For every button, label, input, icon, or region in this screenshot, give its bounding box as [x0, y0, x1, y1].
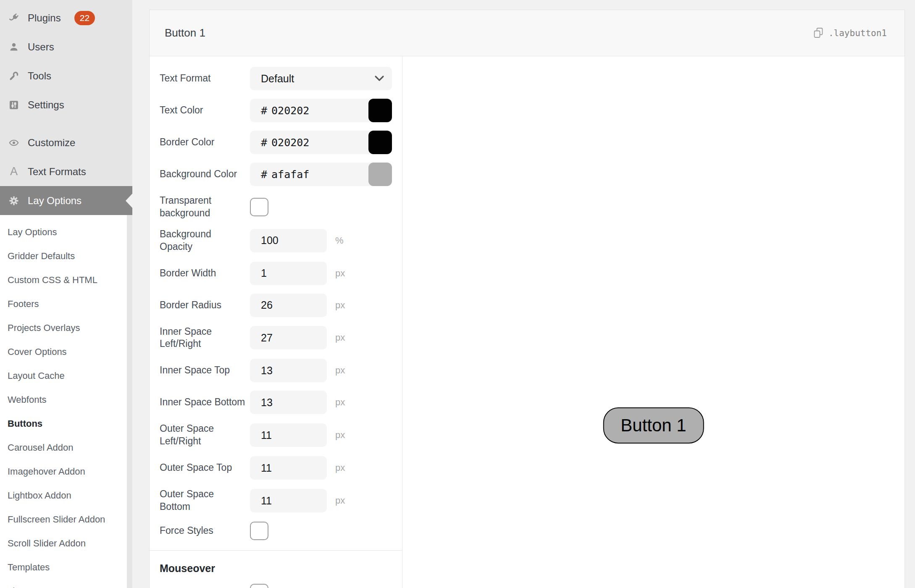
submenu-item-lightbox-addon[interactable]: Lightbox Addon	[0, 483, 127, 507]
text-color-label: Text Color	[160, 104, 250, 117]
inner-space-lr-row: Inner Space Left/Right px	[160, 326, 392, 351]
inner-space-top-label: Inner Space Top	[160, 364, 250, 377]
css-class-name: .laybutton1	[828, 28, 887, 38]
background-color-field[interactable]: # afafaf	[250, 163, 392, 186]
force-styles-label: Force Styles	[160, 525, 250, 537]
submenu-item-fullscreen-slider-addon[interactable]: Fullscreen Slider Addon	[0, 507, 127, 531]
page-title: Button 1	[165, 26, 205, 39]
button-preview[interactable]: Button 1	[603, 407, 704, 444]
border-radius-unit: px	[335, 300, 345, 311]
panel-header: Button 1 .laybutton1	[150, 10, 904, 56]
enable-mouseover-checkbox[interactable]	[250, 584, 268, 588]
outer-space-bottom-row: Outer Space Bottom px	[160, 488, 392, 513]
button-preview-area: Button 1	[402, 57, 904, 588]
border-color-swatch[interactable]	[368, 131, 392, 154]
submenu-item-cover-options[interactable]: Cover Options	[0, 340, 127, 364]
mouseover-heading: Mouseover	[160, 562, 392, 575]
enable-mouseover-row: Enable mouseover	[160, 584, 392, 588]
border-width-input[interactable]	[250, 262, 327, 285]
sidebar-item-lay-options[interactable]: Lay Options	[0, 186, 132, 215]
button1-style-group: Text Format Default Text Color	[150, 57, 402, 551]
text-color-field[interactable]: # 020202	[250, 99, 392, 122]
chevron-down-icon	[374, 75, 384, 82]
outer-space-bottom-field	[250, 489, 327, 512]
border-width-unit: px	[335, 268, 345, 279]
background-opacity-field	[250, 229, 327, 252]
background-opacity-label: Background Opacity	[160, 228, 250, 253]
transparent-background-row: Transparent background	[160, 194, 392, 220]
inner-space-top-input[interactable]	[250, 359, 327, 382]
border-color-field[interactable]: # 020202	[250, 131, 392, 154]
background-opacity-unit: %	[335, 235, 344, 246]
background-opacity-input[interactable]	[250, 229, 327, 252]
outer-space-bottom-label: Outer Space Bottom	[160, 488, 250, 513]
outer-space-top-input[interactable]	[250, 456, 327, 480]
text-format-select[interactable]: Default	[250, 67, 392, 90]
sidebar-item-settings[interactable]: Settings	[0, 90, 132, 119]
sidebar-item-plugins[interactable]: Plugins 22	[0, 3, 132, 32]
copy-icon	[813, 27, 823, 39]
border-radius-row: Border Radius px	[160, 294, 392, 317]
background-color-swatch[interactable]	[368, 163, 392, 186]
sidebar-item-customize[interactable]: Customize	[0, 128, 132, 157]
hex-prefix: #	[261, 105, 267, 117]
background-color-value: afafaf	[271, 168, 309, 181]
outer-space-lr-input[interactable]	[250, 423, 327, 447]
submenu-item-imagehover-addon[interactable]: Imagehover Addon	[0, 459, 127, 483]
text-format-row: Text Format Default	[160, 67, 392, 90]
css-class-chip[interactable]: .laybutton1	[813, 27, 887, 39]
submenu-item-scroll-slider-addon[interactable]: Scroll Slider Addon	[0, 531, 127, 555]
outer-space-bottom-input[interactable]	[250, 489, 327, 512]
submenu-item-license-key[interactable]: License Key	[0, 579, 127, 588]
text-format-label: Text Format	[160, 72, 250, 85]
sidebar-item-label: Customize	[28, 137, 75, 149]
text-format-value: Default	[261, 73, 294, 85]
border-width-label: Border Width	[160, 267, 250, 280]
sidebar-item-label: Settings	[28, 99, 64, 111]
outer-space-top-field	[250, 456, 327, 480]
background-opacity-row: Background Opacity %	[160, 228, 392, 253]
border-width-row: Border Width px	[160, 262, 392, 285]
force-styles-checkbox[interactable]	[250, 522, 268, 540]
inner-space-lr-field	[250, 326, 327, 349]
settings-icon	[8, 99, 20, 111]
submenu-item-webfonts[interactable]: Webfonts	[0, 388, 127, 412]
outer-space-lr-label: Outer Space Left/Right	[160, 423, 250, 448]
button-settings-panel: Button 1 .laybutton1 Text Format Default	[149, 10, 905, 588]
sidebar-item-label: Plugins	[28, 12, 61, 24]
sidebar-item-label: Users	[28, 41, 54, 53]
sidebar-item-tools[interactable]: Tools	[0, 61, 132, 90]
outer-space-top-label: Outer Space Top	[160, 462, 250, 474]
border-color-value: 020202	[271, 136, 309, 149]
sidebar-item-text-formats[interactable]: A Text Formats	[0, 157, 132, 186]
border-width-field	[250, 262, 327, 285]
submenu-item-lay-options[interactable]: Lay Options	[0, 220, 127, 244]
border-radius-input[interactable]	[250, 294, 327, 317]
admin-menu: Plugins 22 Users Tools	[0, 0, 132, 215]
background-color-row: Background Color # afafaf	[160, 163, 392, 186]
sidebar-item-users[interactable]: Users	[0, 32, 132, 61]
submenu-item-footers[interactable]: Footers	[0, 292, 127, 316]
text-color-value: 020202	[271, 105, 309, 117]
inner-space-bottom-field	[250, 391, 327, 414]
inner-space-bottom-input[interactable]	[250, 391, 327, 414]
submenu-item-projects-overlays[interactable]: Projects Overlays	[0, 316, 127, 340]
sidebar-item-label: Tools	[28, 70, 51, 82]
outer-space-lr-field	[250, 423, 327, 447]
inner-space-lr-input[interactable]	[250, 326, 327, 349]
submenu-item-layout-cache[interactable]: Layout Cache	[0, 364, 127, 388]
text-color-swatch[interactable]	[368, 99, 392, 122]
submenu-item-buttons[interactable]: Buttons	[0, 412, 127, 436]
submenu-item-custom-css-html[interactable]: Custom CSS & HTML	[0, 268, 127, 292]
submenu-item-templates[interactable]: Templates	[0, 555, 127, 579]
tools-icon	[8, 70, 20, 82]
submenu-item-carousel-addon[interactable]: Carousel Addon	[0, 436, 127, 459]
transparent-background-label: Transparent background	[160, 194, 250, 220]
border-color-label: Border Color	[160, 136, 250, 149]
button-form-column: Text Format Default Text Color	[150, 57, 402, 588]
outer-space-top-unit: px	[335, 462, 345, 473]
inner-space-bottom-unit: px	[335, 397, 345, 408]
transparent-background-checkbox[interactable]	[250, 198, 268, 216]
border-radius-label: Border Radius	[160, 299, 250, 312]
submenu-item-gridder-defaults[interactable]: Gridder Defaults	[0, 244, 127, 268]
